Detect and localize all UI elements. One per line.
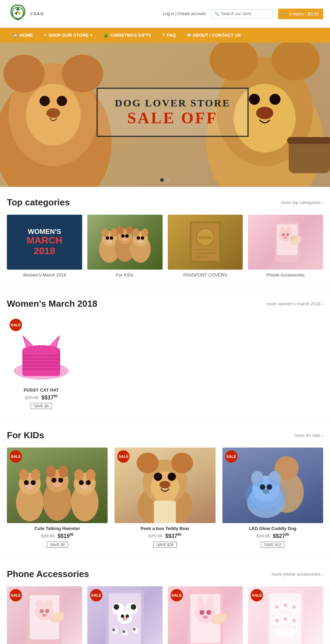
cat-phone-label: Phone Accessories xyxy=(248,272,323,278)
product-teddy-bear[interactable]: SALE Peek a boo Teddy Bear xyxy=(114,448,215,547)
phone-img-4: SALE xyxy=(248,586,323,644)
svg-point-123 xyxy=(113,604,119,610)
svg-point-35 xyxy=(141,228,148,237)
nav-bar: 🏠 HOME ≡ SHOP OUR STORE ▾ 🎄 CHRISTMAS GI… xyxy=(0,28,330,43)
svg-point-109 xyxy=(262,489,269,494)
search-input[interactable] xyxy=(221,11,269,16)
svg-point-152 xyxy=(276,628,285,637)
price-old-hat: $25.95 xyxy=(25,395,39,400)
svg-point-23 xyxy=(110,236,113,240)
nav-faq[interactable]: ? FAQ xyxy=(157,28,182,43)
svg-point-139 xyxy=(207,596,213,610)
nav-home-label: HOME xyxy=(20,33,33,38)
nav-about-label: ABOUT / CONTACT US xyxy=(192,33,241,38)
phone-product-4[interactable]: SALE xyxy=(248,586,323,644)
menu-icon: ≡ xyxy=(44,33,47,38)
svg-point-85 xyxy=(74,469,84,481)
svg-point-22 xyxy=(106,236,109,240)
cat-item-womens[interactable]: WOMEN'S MARCH 2018 Women's March 2018 xyxy=(7,215,82,278)
search-box: 🔍 xyxy=(211,9,273,18)
svg-point-156 xyxy=(293,605,296,609)
phone-product-1[interactable]: SALE xyxy=(7,586,82,644)
svg-point-93 xyxy=(171,453,193,473)
cart-icon: 🛒 xyxy=(282,11,288,16)
svg-rect-44 xyxy=(195,252,216,254)
svg-point-75 xyxy=(26,485,34,489)
svg-point-34 xyxy=(132,228,139,237)
nav-about[interactable]: ✉ ABOUT / CONTACT US xyxy=(182,28,246,43)
svg-point-30 xyxy=(125,234,129,238)
svg-rect-17 xyxy=(287,137,330,144)
svg-point-20 xyxy=(101,228,108,237)
product-pussy-cat-hat[interactable]: SALE xyxy=(7,316,76,409)
svg-point-37 xyxy=(141,236,144,240)
svg-point-106 xyxy=(250,483,281,509)
cat-passport-img: PASSPORT xyxy=(168,215,243,270)
hero-dot-2[interactable] xyxy=(166,178,170,182)
phone-img-3: SALE xyxy=(168,586,243,644)
product-talking-hamster[interactable]: SALE xyxy=(7,448,108,547)
for-kids-more[interactable]: more for kids › xyxy=(295,433,323,438)
save-tag-dog: SAVE $12 xyxy=(261,542,284,548)
svg-point-92 xyxy=(137,453,159,473)
save-tag-hamster: SAVE $8 xyxy=(47,542,68,548)
svg-point-124 xyxy=(131,604,136,610)
cat-item-kids[interactable]: For KIDs xyxy=(87,215,163,278)
hero-title: DOG LOVER STORE xyxy=(115,97,230,109)
nav-shop[interactable]: ≡ SHOP OUR STORE ▾ xyxy=(38,28,98,43)
svg-point-52 xyxy=(286,233,289,236)
svg-rect-43 xyxy=(195,249,216,250)
top-categories-more[interactable]: more top categories › xyxy=(281,200,323,205)
hero-dots xyxy=(160,178,170,182)
svg-point-97 xyxy=(160,481,170,488)
svg-point-28 xyxy=(126,226,133,234)
svg-point-51 xyxy=(282,233,285,236)
login-link[interactable]: Log in xyxy=(163,11,174,16)
kids-products-grid: SALE xyxy=(7,448,323,547)
svg-point-131 xyxy=(132,627,139,634)
svg-point-71 xyxy=(19,469,29,481)
nav-christmas[interactable]: 🎄 CHRISTMAS GIFTS xyxy=(98,28,157,43)
cat-item-phone[interactable]: Phone Accessories xyxy=(248,215,323,278)
cart-button[interactable]: 🛒 0 items - $0.00 xyxy=(278,9,323,19)
for-kids-header: For KIDs more for kids › xyxy=(7,430,323,441)
svg-point-36 xyxy=(136,236,140,240)
svg-point-133 xyxy=(122,630,125,633)
cat-womens-line1: WOMEN'S xyxy=(28,228,61,235)
svg-point-140 xyxy=(199,610,204,615)
svg-point-132 xyxy=(112,629,115,631)
cat-womens-line2: MARCH xyxy=(26,235,62,246)
phone-accessories-more[interactable]: more phone accessories › xyxy=(272,572,323,577)
hero-dot-1[interactable] xyxy=(160,178,164,182)
phone-product-3[interactable]: SALE xyxy=(168,586,243,644)
create-account-link[interactable]: Create account xyxy=(178,11,206,16)
phone-product-2[interactable]: SALE xyxy=(87,586,163,644)
svg-point-108 xyxy=(266,484,272,490)
save-tag-hat: SAVE $8 xyxy=(31,403,52,409)
svg-point-130 xyxy=(121,629,128,636)
svg-point-53 xyxy=(284,237,287,239)
product-img-box-bear: SALE xyxy=(114,448,215,523)
svg-point-129 xyxy=(111,628,118,634)
cat-womens-img: WOMEN'S MARCH 2018 xyxy=(7,215,82,270)
svg-point-13 xyxy=(249,94,260,105)
product-prices-hamster: $28.95 $$1995 xyxy=(7,533,108,539)
product-glow-dog[interactable]: SALE LED Glow C xyxy=(222,448,323,547)
svg-point-153 xyxy=(286,628,296,637)
phone-img-2: SALE xyxy=(87,586,163,644)
price-new-dog: $$2795 xyxy=(273,533,289,539)
product-name-hat: PUSSY CAT HAT xyxy=(7,387,76,393)
cat-item-passport[interactable]: PASSPORT PASSPORT COVERS xyxy=(168,215,243,278)
womens-march-more[interactable]: more women's march 2018 › xyxy=(267,301,323,306)
svg-point-157 xyxy=(275,619,279,622)
account-links: Log in | Create account xyxy=(163,11,206,16)
svg-point-7 xyxy=(46,108,60,118)
nav-home[interactable]: 🏠 HOME xyxy=(7,28,38,43)
svg-point-158 xyxy=(284,617,287,621)
nav-christmas-label: CHRISTMAS GIFTS xyxy=(110,33,151,38)
svg-point-74 xyxy=(31,480,36,485)
svg-point-79 xyxy=(59,466,68,477)
logo-icon[interactable] xyxy=(7,3,29,24)
price-new-hat: $$1795 xyxy=(42,394,58,401)
svg-point-114 xyxy=(45,599,53,609)
